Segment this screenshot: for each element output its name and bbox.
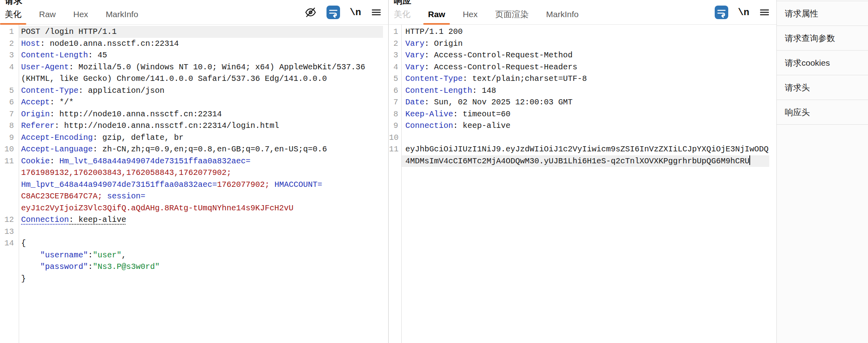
response-editor[interactable]: 1HTTP/1.1 2002Vary: Origin3Vary: Access-… <box>389 25 776 343</box>
sidebar-item-label: 响应头 <box>785 107 810 118</box>
code-line: 2Host: node10.anna.nssctf.cn:22314 <box>0 38 388 50</box>
word-wrap-icon[interactable] <box>326 6 340 19</box>
code-row: Vary: Access-Control-Request-Method <box>401 49 776 61</box>
line-number: 5 <box>0 85 19 97</box>
sidebar-item-label: 请求查询参数 <box>785 33 835 44</box>
menu-icon[interactable] <box>759 7 770 18</box>
line-number: 7 <box>389 96 401 108</box>
sidebar-item-request-query-params[interactable]: 请求查询参数 <box>777 26 868 51</box>
code-row: Keep-Alive: timeout=60 <box>401 108 776 120</box>
code-line: 11Cookie: Hm_lvt_648a44a949074de73151ffa… <box>0 155 388 214</box>
line-number: 11 <box>0 155 19 167</box>
line-number: 9 <box>0 132 19 144</box>
code-row: } <box>19 273 388 285</box>
code-row: Connection: keep-alive <box>19 214 388 226</box>
line-number: 8 <box>0 120 19 132</box>
code-line: 3Vary: Access-Control-Request-Method <box>389 49 776 61</box>
request-tabs: 美化RawHexMarkInfo <box>5 0 138 25</box>
code-line: 13 <box>0 226 388 238</box>
line-number: 10 <box>389 132 401 144</box>
sidebar-item-request-cookies[interactable]: 请求cookies <box>777 51 868 75</box>
request-panel: 请求 美化RawHexMarkInfo <box>0 0 389 343</box>
eye-off-icon[interactable] <box>304 6 317 19</box>
code-row: "username":"user", <box>19 249 388 261</box>
request-editor[interactable]: 1POST /login HTTP/1.12Host: node10.anna.… <box>0 25 388 343</box>
code-line: 9Connection: keep-alive <box>389 120 776 132</box>
code-line: 5Content-Type: application/json <box>0 85 388 97</box>
code-row: "password":"Ns3.P@s3w0rd" <box>19 261 388 273</box>
code-line: 2Vary: Origin <box>389 38 776 50</box>
tab-render[interactable]: 页面渲染 <box>495 0 529 25</box>
sidebar-item-label: 请求cookies <box>785 57 830 69</box>
newline-icon[interactable]: \n <box>350 7 361 18</box>
sidebar-item-response-headers[interactable]: 响应头 <box>777 100 868 125</box>
code-row: (KHTML, like Gecko) Chrome/141.0.0.0 Saf… <box>19 73 388 85</box>
line-number: 14 <box>0 237 19 249</box>
code-row: Cookie: Hm_lvt_648a44a949074de73151ffaa0… <box>19 155 388 167</box>
sidebar-item-request-attributes[interactable]: 请求属性 <box>777 1 868 26</box>
code-row: Referer: http://node10.anna.nssctf.cn:22… <box>19 120 388 132</box>
code-line: 6Content-Length: 148 <box>389 85 776 97</box>
code-line: 1HTTP/1.1 200 <box>389 26 776 38</box>
code-row <box>19 226 388 238</box>
sidebar-item-label: 请求头 <box>785 82 810 93</box>
menu-icon[interactable] <box>371 7 382 18</box>
response-tabs: 美化RawHex页面渲染MarkInfo <box>394 0 579 25</box>
request-panel-header: 请求 美化RawHexMarkInfo <box>0 0 388 25</box>
code-line: 14{ "username":"user", "password":"Ns3.P… <box>0 237 388 284</box>
code-line: 8Referer: http://node10.anna.nssctf.cn:2… <box>0 120 388 132</box>
code-row: Accept-Language: zh-CN,zh;q=0.9,en;q=0.8… <box>19 143 388 155</box>
line-number: 4 <box>389 61 401 73</box>
code-line: 5Content-Type: text/plain;charset=UTF-8 <box>389 73 776 85</box>
line-number: 5 <box>389 73 401 85</box>
code-row: eyJ1c2VyIjoiZ3Vlc3QifQ.aQdAHg.8RAtg-tUmq… <box>19 202 388 214</box>
code-row: Accept: */* <box>19 96 388 108</box>
code-row: Host: node10.anna.nssctf.cn:22314 <box>19 38 388 50</box>
code-line: 4Vary: Access-Control-Request-Headers <box>389 61 776 73</box>
code-row: Hm_lpvt_648a44a949074de73151ffaa0a832aec… <box>19 179 388 191</box>
request-toolbar: \n <box>304 0 382 25</box>
line-number: 7 <box>0 108 19 120</box>
code-line: 8Keep-Alive: timeout=60 <box>389 108 776 120</box>
line-number: 3 <box>0 49 19 61</box>
tab-beautify[interactable]: 美化 <box>394 0 411 25</box>
tab-beautify[interactable]: 美化 <box>5 0 22 25</box>
inspector-sidebar: 请求属性请求查询参数请求cookies请求头响应头 <box>776 0 868 343</box>
text-cursor <box>749 155 750 165</box>
tab-markinfo[interactable]: MarkInfo <box>106 0 138 25</box>
code-row: { <box>19 237 388 249</box>
line-number: 9 <box>389 120 401 132</box>
sidebar-item-request-headers[interactable]: 请求头 <box>777 75 868 100</box>
line-number: 2 <box>389 38 401 50</box>
line-number: 6 <box>389 85 401 97</box>
gutter-divider <box>19 25 19 343</box>
tab-markinfo[interactable]: MarkInfo <box>546 0 579 25</box>
newline-icon[interactable]: \n <box>738 7 749 18</box>
code-row: HTTP/1.1 200 <box>401 26 776 38</box>
line-number: 3 <box>389 49 401 61</box>
code-row: Vary: Origin <box>401 38 776 50</box>
line-number: 2 <box>0 38 19 50</box>
code-row: User-Agent: Mozilla/5.0 (Windows NT 10.0… <box>19 61 388 73</box>
response-panel: 响应 美化RawHex页面渲染MarkInfo \n <box>389 0 776 343</box>
code-line: 4User-Agent: Mozilla/5.0 (Windows NT 10.… <box>0 61 388 85</box>
line-number: 10 <box>0 143 19 155</box>
line-number: 8 <box>389 108 401 120</box>
code-line: 10Accept-Language: zh-CN,zh;q=0.9,en;q=0… <box>0 143 388 155</box>
code-line: 9Accept-Encoding: gzip, deflate, br <box>0 132 388 144</box>
tab-raw[interactable]: Raw <box>428 0 445 25</box>
tab-hex[interactable]: Hex <box>463 0 477 25</box>
tab-hex[interactable]: Hex <box>73 0 88 25</box>
tab-raw[interactable]: Raw <box>39 0 56 25</box>
active-code-row: 4MDMsImV4cCI6MTc2MjA4ODQwM30.yUJB1Lhi6H1… <box>401 155 769 167</box>
word-wrap-icon[interactable] <box>715 6 728 19</box>
code-row: Date: Sun, 02 Nov 2025 12:00:03 GMT <box>401 96 776 108</box>
code-row: C8AC23CE7B647C7A; session= <box>19 190 388 202</box>
response-panel-header: 响应 美化RawHex页面渲染MarkInfo \n <box>389 0 776 25</box>
code-row: 1761989132,1762003843,1762058843,1762077… <box>19 167 388 179</box>
code-line: 10 <box>389 132 776 144</box>
gutter-divider <box>401 25 402 343</box>
code-row <box>401 132 776 144</box>
code-row: Content-Length: 148 <box>401 85 776 97</box>
line-number: 4 <box>0 61 19 73</box>
